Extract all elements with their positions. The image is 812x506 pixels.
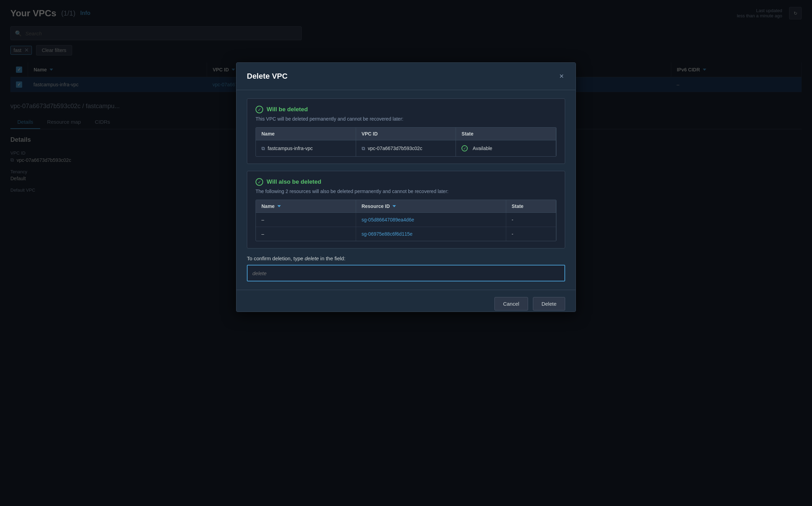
modal-footer: Cancel Delete bbox=[236, 290, 576, 312]
will-be-deleted-section: ✓ Will be deleted This VPC will be delet… bbox=[247, 98, 565, 164]
vpc-id-modal-value: vpc-07a6673d7b593c02c bbox=[368, 146, 422, 151]
resource-row-2: – sg-06975e88c6f6d115e - bbox=[256, 227, 556, 241]
resources-header: Name Resource ID State bbox=[256, 200, 556, 213]
resource-row-1: – sg-05d86647089ea4d6e - bbox=[256, 213, 556, 227]
confirm-deletion-section: To confirm deletion, type delete in the … bbox=[247, 255, 565, 281]
info-vpcid-cell: ⧉ vpc-07a6673d7b593c02c bbox=[356, 140, 456, 156]
info-col-vpcid: VPC ID bbox=[356, 128, 456, 140]
copy-name-icon[interactable]: ⧉ bbox=[261, 146, 265, 151]
res1-name: – bbox=[256, 213, 356, 227]
delete-vpc-modal: Delete VPC × ✓ Will be deleted This VPC … bbox=[236, 62, 576, 312]
res2-id-link[interactable]: sg-06975e88c6f6d115e bbox=[362, 231, 413, 237]
vpc-state-modal-value: Available bbox=[473, 146, 492, 151]
resources-table: Name Resource ID State – bbox=[256, 200, 556, 241]
modal-close-button[interactable]: × bbox=[558, 71, 565, 81]
will-be-deleted-title: Will be deleted bbox=[267, 106, 308, 113]
modal-body: ✓ Will be deleted This VPC will be delet… bbox=[236, 90, 576, 290]
res-id-sort[interactable] bbox=[392, 205, 396, 207]
delete-button[interactable]: Delete bbox=[533, 297, 565, 311]
will-also-be-deleted-desc: The following 2 resources will also be d… bbox=[256, 189, 556, 194]
res-col-id: Resource ID bbox=[356, 200, 506, 212]
confirm-input[interactable] bbox=[247, 265, 565, 281]
info-state-cell: ✓ Available bbox=[456, 140, 556, 156]
info-name-cell: ⧉ fastcampus-infra-vpc bbox=[256, 140, 356, 156]
res-name-sort[interactable] bbox=[277, 205, 281, 207]
res1-id-link[interactable]: sg-05d86647089ea4d6e bbox=[362, 217, 414, 223]
will-also-be-deleted-header: ✓ Will also be deleted bbox=[256, 178, 556, 186]
info-col-name: Name bbox=[256, 128, 356, 140]
res1-state: - bbox=[506, 213, 556, 227]
vpc-info-header: Name VPC ID State bbox=[256, 128, 556, 140]
vpc-name-value: fastcampus-infra-vpc bbox=[268, 146, 313, 151]
res2-name: – bbox=[256, 227, 356, 241]
res1-id: sg-05d86647089ea4d6e bbox=[356, 213, 506, 227]
res2-id: sg-06975e88c6f6d115e bbox=[356, 227, 506, 241]
modal-overlay: Delete VPC × ✓ Will be deleted This VPC … bbox=[0, 0, 812, 506]
will-be-deleted-icon: ✓ bbox=[256, 106, 263, 113]
confirm-label: To confirm deletion, type delete in the … bbox=[247, 255, 565, 261]
modal-title: Delete VPC bbox=[247, 72, 287, 81]
will-be-deleted-desc: This VPC will be deleted permanently and… bbox=[256, 116, 556, 122]
will-also-be-deleted-icon: ✓ bbox=[256, 178, 263, 186]
modal-state-icon: ✓ bbox=[461, 145, 468, 151]
info-col-state: State bbox=[456, 128, 556, 140]
will-also-be-deleted-title: Will also be deleted bbox=[267, 178, 321, 185]
confirm-label-italic: delete bbox=[305, 255, 319, 261]
cancel-button[interactable]: Cancel bbox=[494, 297, 528, 311]
res-col-name: Name bbox=[256, 200, 356, 212]
will-also-be-deleted-section: ✓ Will also be deleted The following 2 r… bbox=[247, 171, 565, 248]
res-col-state: State bbox=[506, 200, 556, 212]
vpc-info-row: ⧉ fastcampus-infra-vpc ⧉ vpc-07a6673d7b5… bbox=[256, 140, 556, 156]
will-be-deleted-header: ✓ Will be deleted bbox=[256, 106, 556, 113]
copy-vpcid-icon[interactable]: ⧉ bbox=[362, 146, 365, 151]
vpc-info-table: Name VPC ID State ⧉ fastcampus-infra-vpc… bbox=[256, 127, 556, 157]
res2-state: - bbox=[506, 227, 556, 241]
modal-header: Delete VPC × bbox=[236, 63, 576, 90]
